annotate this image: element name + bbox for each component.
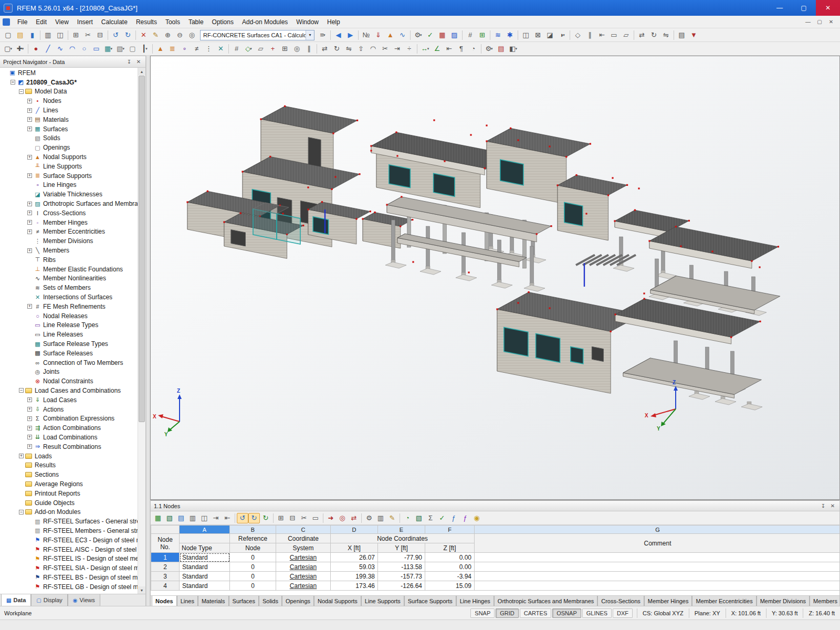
tree-item-openings[interactable]: ▢Openings (0, 143, 138, 152)
toolbar-button-wind-loads[interactable]: ≋ (492, 29, 504, 40)
tree-item-loads[interactable]: +Loads (0, 452, 138, 461)
toolbar-button-nav-forward[interactable]: ▶ (344, 29, 356, 40)
status-toggle-cartes[interactable]: CARTES (520, 608, 551, 618)
tree-item-line-releases[interactable]: ▭Line Releases (0, 330, 138, 339)
toolbar-button-show-supports[interactable]: ▲ (384, 29, 396, 40)
toolbar-button-fx-params[interactable]: ƒ (459, 513, 471, 523)
cell-z[interactable]: 15.09 (425, 581, 475, 591)
toolbar-button-edit[interactable]: ✎ (150, 29, 162, 40)
toolbar-button-trim[interactable]: ✂ (379, 43, 391, 54)
table-tab-line-hinges[interactable]: Line Hinges (456, 596, 494, 607)
toolbar-button-sync-selection[interactable]: ⇄ (348, 513, 360, 523)
tree-item-materials[interactable]: +▤Materials (0, 115, 138, 124)
toolbar-button-move[interactable]: ⇄ (636, 29, 648, 40)
menu-item-results[interactable]: Results (132, 16, 161, 28)
toolbar-button-partial-views[interactable]: ◫ (520, 29, 532, 40)
toolbar-button-delete[interactable]: ✕ (138, 29, 150, 40)
toolbar-button-comments[interactable]: ▭ (608, 29, 620, 40)
expand-icon[interactable]: + (27, 108, 32, 113)
expand-icon[interactable]: + (27, 426, 32, 430)
tree-item-connection-of-two-members[interactable]: ∞Connection of Two Members (0, 358, 138, 368)
toolbar-button-numbering[interactable]: № (360, 29, 372, 40)
menu-item-options[interactable]: Options (208, 16, 238, 28)
toolbar-button-new-line-support[interactable]: ≣ (166, 43, 178, 54)
menu-item-insert[interactable]: Insert (73, 16, 97, 28)
tree-item-line-release-types[interactable]: ▭Line Release Types (0, 321, 138, 330)
table-tab-cross-sections[interactable]: Cross-Sections (597, 596, 644, 607)
status-toggle-dxf[interactable]: DXF (613, 608, 633, 618)
expand-icon[interactable]: + (27, 202, 32, 206)
tree-item-rfem[interactable]: ▣RFEM (0, 68, 138, 78)
close-button[interactable]: ✕ (816, 0, 840, 16)
toolbar-button-new-member[interactable]: ┃▾ (139, 43, 151, 54)
tree-item-average-regions[interactable]: Average Regions (0, 479, 138, 489)
toolbar-button-jump-to-graphic[interactable]: ➜ (325, 513, 337, 523)
toolbar-button-user-cs[interactable]: + (267, 43, 279, 54)
tree-item-surfaces[interactable]: +▦Surfaces (0, 124, 138, 134)
toolbar-button-edit-comment[interactable]: ✎ (386, 513, 398, 523)
tree-item-members[interactable]: +╲Members (0, 246, 138, 255)
toolbar-button-user-defined-views[interactable]: ◇ (572, 29, 584, 40)
scroll-up-icon[interactable]: ▲ (138, 68, 145, 75)
table-tab-member-divisions[interactable]: Member Divisions (757, 596, 810, 607)
toolbar-button-snap[interactable]: # (230, 43, 243, 54)
cell-coordinate-system[interactable]: Cartesian (276, 581, 331, 591)
column-letter-d[interactable]: D (331, 526, 378, 534)
toolbar-button-table-settings[interactable]: ⚙ (363, 513, 375, 523)
tree-item-nodes[interactable]: +•Nodes (0, 96, 138, 106)
tree-item-210809-casajg[interactable]: −◩210809_CasaJG* (0, 78, 138, 87)
model-viewport[interactable]: X Y Z X Y Z (150, 56, 840, 500)
scrollbar-thumb[interactable] (139, 76, 145, 422)
navigator-scrollbar[interactable]: ▲ ▼ (138, 68, 145, 594)
cell-node-type[interactable]: Standard (180, 562, 230, 572)
cell-node-type[interactable]: Standard (180, 572, 230, 581)
toolbar-button-display-properties[interactable]: ⚙▾ (483, 43, 495, 54)
cell-coordinate-system[interactable]: Cartesian (276, 572, 331, 581)
cell-x[interactable]: 199.38 (331, 572, 378, 581)
tree-item-surface-supports[interactable]: +≣Surface Supports (0, 171, 138, 181)
toolbar-button-delete-row[interactable]: ⊟ (287, 513, 298, 523)
table-tab-openings[interactable]: Openings (282, 596, 314, 607)
toolbar-button-lock-table[interactable]: ◉ (471, 513, 482, 523)
table-tab-nodes[interactable]: Nodes (152, 596, 177, 607)
cell-coordinate-system[interactable]: Cartesian (276, 562, 331, 572)
menu-item-edit[interactable]: Edit (32, 16, 51, 28)
cell-y[interactable]: -126.64 (378, 581, 425, 591)
cell-y[interactable]: -113.58 (378, 562, 425, 572)
expand-icon[interactable]: + (27, 117, 32, 122)
tree-item-model-data[interactable]: −Model Data (0, 87, 138, 97)
expand-icon[interactable]: + (27, 155, 32, 160)
navigator-tab-data[interactable]: ▤Data (1, 594, 31, 606)
cell-comment[interactable] (475, 581, 840, 591)
column-letter-g[interactable]: G (475, 526, 840, 534)
collapse-icon[interactable]: − (10, 80, 15, 85)
toolbar-button-new-hinge[interactable]: ∘ (178, 43, 191, 54)
toolbar-button-printout-report[interactable]: ▤ (676, 29, 688, 40)
row-number[interactable]: 3 (151, 572, 180, 581)
toolbar-button-rotate-copy[interactable]: ↻ (331, 43, 343, 54)
menu-item-view[interactable]: View (51, 16, 73, 28)
toolbar-button-rotate[interactable]: ↻ (648, 29, 660, 40)
toolbar-button-color-scales[interactable]: ▤ (495, 43, 507, 54)
cell-reference-node[interactable]: 0 (230, 562, 276, 572)
cell-comment[interactable] (475, 572, 840, 581)
toolbar-button-rf-steel[interactable]: ▨ (448, 29, 460, 40)
menu-item-table[interactable]: Table (184, 16, 208, 28)
tree-item-load-cases[interactable]: +⇓Load Cases (0, 395, 138, 405)
toolbar-button-export-excel[interactable]: ▧ (164, 513, 175, 523)
row-number[interactable]: 4 (151, 581, 180, 591)
cell-node-type[interactable]: Standard (180, 553, 230, 562)
menu-item-add-on-modules[interactable]: Add-on Modules (238, 16, 292, 28)
row-number[interactable]: 1 (151, 553, 180, 562)
expand-icon[interactable]: + (27, 220, 32, 225)
toolbar-button-copy[interactable]: ⊞ (70, 29, 82, 40)
tree-item-member-divisions[interactable]: ⋮Member Divisions (0, 236, 138, 246)
tree-item-sets-of-members[interactable]: ≋Sets of Members (0, 283, 138, 292)
tree-item-member-hinges[interactable]: +◦Member Hinges (0, 218, 138, 227)
tree-item-member-nonlinearities[interactable]: ∿Member Nonlinearities (0, 274, 138, 284)
toolbar-button-new-node[interactable]: ● (30, 43, 42, 54)
column-letter-a[interactable]: A (180, 526, 230, 534)
menu-item-window[interactable]: Window (292, 16, 323, 28)
toolbar-button-export[interactable]: ▼ (688, 29, 700, 40)
module-selector-combo[interactable]: RF-CONCRETE Surfaces CA1 - Cálculo c ▾ (200, 30, 314, 40)
